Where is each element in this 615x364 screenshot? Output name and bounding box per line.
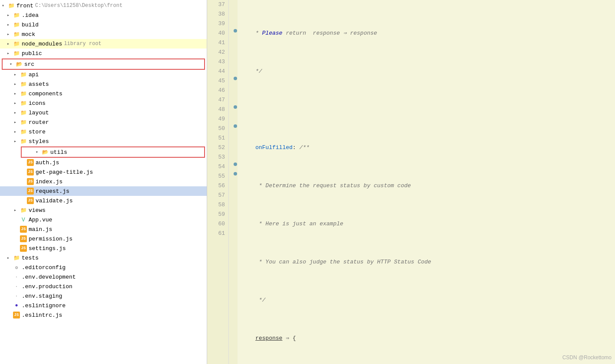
layout-folder[interactable]: 📁 layout	[0, 108, 207, 117]
get-page-title-arrow	[21, 169, 26, 175]
file-tree: 📁 front C:\Users\11258\Desktop\front 📁 .…	[0, 0, 207, 364]
settings-js-file[interactable]: JS settings.js	[0, 244, 207, 253]
idea-folder[interactable]: 📁 .idea	[0, 10, 207, 20]
line-numbers: 37 38 39 40 41 42 43 44 45 46 47 48 49 5…	[207, 0, 229, 364]
assets-folder[interactable]: 📁 assets	[0, 79, 207, 89]
components-arrow	[14, 91, 19, 96]
public-folder[interactable]: 📁 public	[0, 49, 207, 58]
build-icon: 📁	[13, 21, 20, 28]
components-label: components	[29, 91, 62, 97]
layout-label: layout	[29, 110, 49, 116]
main-js-file[interactable]: JS main.js	[0, 224, 207, 234]
styles-arrow	[14, 139, 19, 144]
permission-js-icon: JS	[20, 235, 27, 242]
styles-folder[interactable]: 📁 styles	[0, 136, 207, 146]
env-prod-file[interactable]: · .env.production	[0, 282, 207, 291]
icons-folder[interactable]: 📁 icons	[0, 98, 207, 108]
utils-label: utils	[50, 149, 67, 156]
watermark: CSDN @Rockettomo	[562, 354, 612, 361]
root-arrow	[2, 3, 7, 8]
node-modules-folder[interactable]: 📁 node_modules library root	[0, 39, 207, 49]
get-page-title-icon: JS	[27, 169, 34, 176]
gutter	[229, 0, 238, 364]
build-label: build	[22, 22, 39, 28]
tests-arrow	[7, 255, 12, 260]
validate-js-icon: JS	[27, 197, 34, 204]
root-path: C:\Users\11258\Desktop\front	[35, 3, 123, 9]
request-js-file[interactable]: JS request.js	[0, 186, 207, 196]
router-label: router	[29, 119, 49, 126]
build-folder[interactable]: 📁 build	[0, 20, 207, 29]
components-icon: 📁	[20, 90, 27, 97]
eslintignore-file[interactable]: ● .eslintignore	[0, 301, 207, 310]
settings-js-arrow	[14, 246, 19, 251]
eslintrc-label: .eslintrc.js	[22, 312, 62, 318]
idea-icon: 📁	[13, 12, 20, 19]
editorconfig-label: .editorconfig	[22, 264, 65, 271]
env-staging-icon: ·	[13, 292, 20, 299]
root-folder[interactable]: 📁 front C:\Users\11258\Desktop\front	[0, 1, 207, 10]
index-js-icon: JS	[27, 178, 34, 185]
svg-point-5	[234, 172, 237, 176]
env-dev-file[interactable]: · .env.development	[0, 272, 207, 282]
code-editor: 37 38 39 40 41 42 43 44 45 46 47 48 49 5…	[207, 0, 615, 364]
src-label: src	[24, 61, 34, 68]
eslintignore-icon: ●	[13, 302, 20, 309]
views-folder[interactable]: 📁 views	[0, 205, 207, 215]
code-lines[interactable]: * Please return response ⇒ response */ o…	[238, 0, 615, 364]
src-folder[interactable]: 📂 src	[3, 59, 204, 69]
validate-js-arrow	[21, 198, 26, 203]
env-dev-label: .env.development	[22, 274, 76, 280]
node-modules-label: node_modules	[22, 41, 62, 47]
store-arrow	[14, 129, 19, 134]
utils-folder[interactable]: 📂 utils	[22, 147, 204, 157]
store-folder[interactable]: 📁 store	[0, 127, 207, 136]
index-js-label: index.js	[36, 179, 62, 185]
code-line-45: response ⇒ {	[242, 334, 615, 343]
router-folder[interactable]: 📁 router	[0, 117, 207, 127]
env-prod-arrow	[7, 284, 12, 289]
main-js-label: main.js	[29, 226, 52, 233]
app-vue-arrow	[14, 217, 19, 222]
tests-label: tests	[22, 255, 39, 261]
auth-js-file[interactable]: JS auth.js	[0, 158, 207, 167]
env-staging-file[interactable]: · .env.staging	[0, 291, 207, 301]
index-js-arrow	[21, 179, 26, 184]
eslintrc-arrow	[7, 312, 12, 318]
mock-icon: 📁	[13, 31, 20, 38]
eslintignore-arrow	[7, 303, 12, 308]
request-js-icon: JS	[27, 188, 34, 195]
eslintrc-js-file[interactable]: JS .eslintrc.js	[0, 310, 207, 320]
mock-folder[interactable]: 📁 mock	[0, 29, 207, 39]
permission-js-file[interactable]: JS permission.js	[0, 234, 207, 244]
idea-arrow	[7, 13, 12, 18]
editorconfig-file[interactable]: ⚙ .editorconfig	[0, 263, 207, 272]
permission-js-arrow	[14, 236, 19, 241]
views-arrow	[14, 208, 19, 213]
auth-js-label: auth.js	[36, 159, 59, 166]
api-folder[interactable]: 📁 api	[0, 70, 207, 79]
build-arrow	[7, 22, 12, 27]
root-folder-icon: 📁	[8, 2, 15, 9]
public-icon: 📁	[13, 50, 20, 57]
auth-js-icon: JS	[27, 159, 34, 166]
main-js-arrow	[14, 227, 19, 232]
code-line-38: */	[242, 67, 615, 76]
styles-label: styles	[29, 138, 49, 145]
env-prod-label: .env.production	[22, 283, 72, 290]
editorconfig-icon: ⚙	[13, 264, 20, 271]
settings-js-icon: JS	[20, 245, 27, 252]
index-js-file[interactable]: JS index.js	[0, 177, 207, 186]
views-label: views	[29, 207, 46, 214]
code-line-41: * Determine the request status by custom…	[242, 181, 615, 191]
request-js-label: request.js	[36, 188, 69, 195]
tests-folder[interactable]: 📁 tests	[0, 253, 207, 263]
components-folder[interactable]: 📁 components	[0, 89, 207, 98]
env-staging-label: .env.staging	[22, 293, 62, 299]
app-vue-file[interactable]: V App.vue	[0, 215, 207, 224]
public-label: public	[22, 50, 42, 57]
eslintignore-label: .eslintignore	[22, 302, 65, 309]
get-page-title-file[interactable]: JS get-page-title.js	[0, 167, 207, 177]
router-arrow	[14, 120, 19, 125]
validate-js-file[interactable]: JS validate.js	[0, 196, 207, 205]
